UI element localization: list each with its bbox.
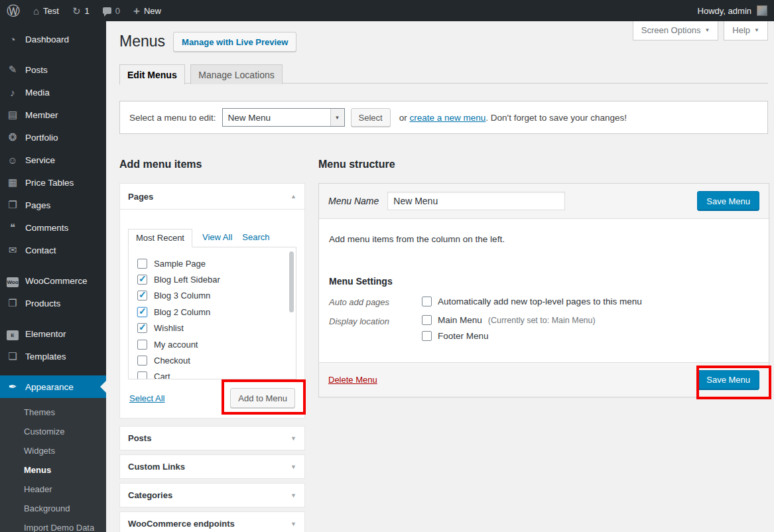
tab-most-recent[interactable]: Most Recent bbox=[128, 229, 192, 247]
page-item-label: Cart bbox=[154, 371, 170, 379]
new-content-menu[interactable]: + New bbox=[127, 0, 168, 21]
sidebar-item-comments[interactable]: ❝Comments bbox=[0, 216, 106, 239]
accordion-woocommerce-endpoints[interactable]: WooCommerce endpoints▼ bbox=[119, 511, 305, 532]
sidebar-item-label: Posts bbox=[25, 65, 48, 75]
sidebar-item-pages[interactable]: ❐Pages bbox=[0, 194, 106, 216]
page-title-row: Menus Manage with Live Preview bbox=[119, 32, 296, 52]
accordion-title: Custom Links bbox=[128, 462, 185, 472]
accordion-categories[interactable]: Categories▼ bbox=[119, 483, 305, 507]
page-item-checkbox[interactable] bbox=[137, 323, 147, 333]
location-checkbox[interactable] bbox=[422, 315, 432, 325]
display-location-option-footer-menu[interactable]: Footer Menu bbox=[422, 331, 596, 341]
menu-select-dropdown[interactable]: New Menu ▼ bbox=[222, 108, 345, 127]
page-item-checkbox[interactable] bbox=[137, 371, 147, 379]
page-item-checkbox[interactable] bbox=[137, 291, 147, 300]
page-title: Menus bbox=[119, 32, 165, 52]
pages-accordion-header[interactable]: Pages ▲ bbox=[119, 183, 305, 210]
scrollbar-thumb[interactable] bbox=[289, 251, 294, 312]
updates-link[interactable]: ↻ 1 bbox=[66, 0, 96, 21]
page-item-checkbox[interactable] bbox=[137, 307, 147, 317]
menu-panel-footer: Delete Menu Save Menu bbox=[319, 362, 769, 397]
accordion-custom-links[interactable]: Custom Links▼ bbox=[119, 454, 305, 479]
create-new-menu-link[interactable]: create a new menu bbox=[410, 113, 486, 123]
sidebar-item-woocommerce[interactable]: WooWooCommerce bbox=[0, 269, 106, 292]
wordpress-logo-menu[interactable]: Ⓦ bbox=[0, 0, 27, 21]
auto-add-pages-option[interactable]: Automatically add new top-level pages to… bbox=[422, 296, 642, 307]
sidebar-item-templates[interactable]: ❏Templates bbox=[0, 345, 106, 367]
pages-button-controls: Select All Add to Menu bbox=[128, 379, 296, 418]
sidebar-item-appearance[interactable]: ✒Appearance bbox=[0, 375, 106, 398]
page-checklist-item[interactable]: My account bbox=[137, 336, 296, 352]
manage-live-preview-button[interactable]: Manage with Live Preview bbox=[173, 32, 296, 52]
auto-add-pages-row: Auto add pages Automatically add new top… bbox=[329, 296, 759, 307]
service-icon: ☺ bbox=[6, 155, 19, 166]
howdy-text[interactable]: Howdy, admin bbox=[698, 6, 751, 16]
home-icon: ⌂ bbox=[33, 6, 39, 16]
comments-count: 0 bbox=[115, 6, 120, 16]
select-all-link[interactable]: Select All bbox=[129, 393, 164, 403]
submenu-item-header[interactable]: Header bbox=[0, 480, 106, 499]
pages-icon: ❐ bbox=[6, 199, 19, 211]
submenu-item-customize[interactable]: Customize bbox=[0, 422, 106, 441]
tab-manage-locations[interactable]: Manage Locations bbox=[190, 64, 282, 84]
sidebar-item-member[interactable]: ▤Member bbox=[0, 103, 106, 126]
auto-add-checkbox[interactable] bbox=[422, 297, 432, 306]
save-menu-button-top[interactable]: Save Menu bbox=[697, 191, 759, 211]
page-checklist-item[interactable]: Blog 3 Column bbox=[137, 288, 296, 304]
location-checkbox[interactable] bbox=[422, 331, 432, 341]
sidebar-item-service[interactable]: ☺Service bbox=[0, 149, 106, 171]
submenu-item-widgets[interactable]: Widgets bbox=[0, 441, 106, 460]
dashboard-icon: ◔ bbox=[6, 34, 19, 45]
save-menu-button-bottom[interactable]: Save Menu bbox=[697, 370, 759, 390]
comments-icon: ❝ bbox=[6, 222, 19, 233]
screen-options-button[interactable]: Screen Options ▼ bbox=[633, 21, 719, 40]
page-checklist-item[interactable]: Blog Left Sidebar bbox=[137, 271, 296, 287]
page-checklist-item[interactable]: Checkout bbox=[137, 352, 296, 368]
submenu-item-background[interactable]: Background bbox=[0, 499, 106, 518]
appearance-icon: ✒ bbox=[6, 381, 19, 393]
display-location-label: Display location bbox=[329, 315, 422, 341]
display-location-option-main-menu[interactable]: Main Menu(Currently set to: Main Menu) bbox=[422, 315, 596, 325]
delete-menu-link[interactable]: Delete Menu bbox=[328, 375, 377, 385]
menu-name-input[interactable] bbox=[387, 192, 565, 210]
select-button[interactable]: Select bbox=[351, 108, 391, 127]
sidebar-item-contact[interactable]: ✉Contact bbox=[0, 239, 106, 261]
submenu-item-import-demo-data[interactable]: Import Demo Data bbox=[0, 518, 106, 532]
submenu-item-menus[interactable]: Menus bbox=[0, 460, 106, 480]
sidebar-item-posts[interactable]: ✎Posts bbox=[0, 58, 106, 81]
page-item-checkbox[interactable] bbox=[137, 340, 147, 350]
comments-link[interactable]: 0 bbox=[96, 0, 127, 21]
chevron-down-icon: ▼ bbox=[290, 464, 296, 470]
page-item-checkbox[interactable] bbox=[137, 356, 147, 366]
page-item-checkbox[interactable] bbox=[137, 275, 147, 285]
sidebar-item-portfolio[interactable]: ❂Portfolio bbox=[0, 126, 106, 149]
page-item-label: Wishlist bbox=[154, 323, 184, 333]
user-avatar[interactable] bbox=[757, 5, 767, 16]
sidebar-item-media[interactable]: ♪Media bbox=[0, 81, 106, 103]
tab-search[interactable]: Search bbox=[242, 232, 269, 247]
submenu-item-themes[interactable]: Themes bbox=[0, 403, 106, 422]
chevron-down-icon: ▼ bbox=[290, 521, 296, 527]
help-button[interactable]: Help ▼ bbox=[724, 21, 768, 40]
page-item-checkbox[interactable] bbox=[137, 259, 147, 269]
menu-panel-body: Add menu items from the column on the le… bbox=[319, 219, 769, 362]
sidebar-item-products[interactable]: ❒Products bbox=[0, 292, 106, 314]
tab-view-all[interactable]: View All bbox=[202, 232, 232, 247]
accordion-title: Posts bbox=[128, 433, 151, 443]
site-link[interactable]: ⌂ Test bbox=[27, 0, 66, 21]
auto-add-pages-label: Auto add pages bbox=[329, 296, 422, 307]
page-checklist-item[interactable]: Sample Page bbox=[137, 255, 296, 271]
sidebar-item-price-tables[interactable]: ▦Price Tables bbox=[0, 171, 106, 194]
page-checklist-item[interactable]: Wishlist bbox=[137, 320, 296, 336]
sidebar-item-dashboard[interactable]: ◔Dashboard bbox=[0, 28, 106, 50]
admin-bar-left: Ⓦ ⌂ Test ↻ 1 0 + New bbox=[0, 0, 168, 21]
accordion-title: WooCommerce endpoints bbox=[128, 519, 235, 529]
accordion-posts[interactable]: Posts▼ bbox=[119, 426, 305, 450]
add-to-menu-button[interactable]: Add to Menu bbox=[230, 388, 295, 408]
page-checklist-item[interactable]: Blog 2 Column bbox=[137, 304, 296, 320]
tab-edit-menus[interactable]: Edit Menus bbox=[119, 64, 185, 85]
comment-bubble-icon bbox=[103, 7, 111, 14]
page-checklist-item[interactable]: Cart bbox=[137, 369, 296, 379]
sidebar-item-elementor[interactable]: EElementor bbox=[0, 322, 106, 345]
admin-bar-right: Howdy, admin bbox=[698, 0, 774, 21]
